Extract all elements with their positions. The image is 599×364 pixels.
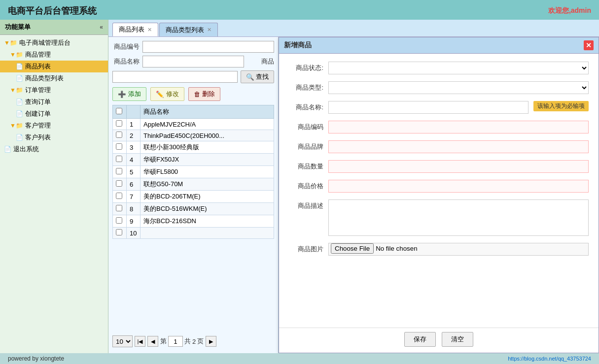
row-checkbox: [113, 166, 127, 178]
sidebar-item-order-create[interactable]: 📄 创建订单: [0, 108, 108, 120]
sidebar-item-product-types[interactable]: 📄 商品类型列表: [0, 72, 108, 84]
add-button[interactable]: ➕ 添加: [112, 87, 146, 101]
select-all-checkbox[interactable]: [116, 108, 122, 114]
col-num: [127, 105, 141, 119]
row-checkbox: [113, 154, 127, 166]
table-row: 7 美的BCD-206TM(E): [113, 191, 274, 203]
sidebar-toggle-btn[interactable]: «: [100, 24, 103, 31]
pagination: 10 20 50 |◀ ◀ 第 共 2 页 ▶: [112, 333, 274, 349]
sidebar-item-customers[interactable]: ▼📁 客户管理: [0, 120, 108, 132]
sidebar-item-products[interactable]: ▼📁 商品管理: [0, 49, 108, 61]
row-num: 10: [127, 228, 141, 239]
row-select-checkbox[interactable]: [116, 193, 122, 199]
search-input-extra[interactable]: [112, 71, 238, 83]
tab-product-list[interactable]: 商品列表 ✕: [112, 23, 158, 36]
sidebar-item-products-label: 商品管理: [25, 50, 51, 59]
main-panel: 商品编号 商品名称 商品 🔍 查找: [108, 37, 599, 353]
main-layout: 功能菜单 « ▼📁 电子商城管理后台 ▼📁 商品管理 📄 商品列表 📄 商品类型…: [0, 20, 599, 353]
code-label: 商品编码: [289, 121, 323, 132]
search-label-code: 商品编号: [112, 42, 140, 51]
toolbar-row: ➕ 添加 ✏️ 修改 🗑 删除: [112, 87, 274, 101]
table-row: 4 华硕FX50JX: [113, 154, 274, 166]
save-button[interactable]: 保存: [404, 332, 436, 347]
dialog-title: 新增商品: [284, 41, 312, 50]
product-image-input[interactable]: [328, 243, 589, 256]
sidebar-item-customer-list-label: 客户列表: [25, 133, 51, 142]
type-select[interactable]: [328, 81, 589, 94]
sidebar-item-order-query-label: 查询订单: [25, 98, 51, 106]
sidebar-item-logout-label: 退出系统: [13, 145, 39, 154]
sidebar-item-root-label: 电子商城管理后台: [19, 38, 70, 47]
row-num: 2: [127, 130, 141, 141]
search-input-code[interactable]: [142, 41, 274, 53]
doc-icon: 📄: [16, 110, 23, 117]
table-row: 8 美的BCD-516WKM(E): [113, 203, 274, 215]
product-code-input[interactable]: [328, 121, 589, 133]
product-brand-input[interactable]: [328, 140, 589, 153]
type-label: 商品类型:: [289, 81, 323, 92]
sidebar-item-product-list[interactable]: 📄 商品列表: [0, 61, 108, 72]
row-select-checkbox[interactable]: [116, 120, 122, 127]
sidebar-item-root[interactable]: ▼📁 电子商城管理后台: [0, 37, 108, 49]
row-select-checkbox[interactable]: [116, 205, 122, 211]
sidebar-item-orders[interactable]: ▼📁 订单管理: [0, 84, 108, 96]
sidebar-header: 功能菜单 «: [0, 20, 108, 35]
product-desc-input[interactable]: [328, 199, 589, 236]
page-label-pre: 第: [160, 337, 167, 346]
status-select[interactable]: [328, 62, 589, 74]
edit-button[interactable]: ✏️ 修改: [150, 87, 184, 101]
add-label: 添加: [128, 90, 141, 99]
page-number-input[interactable]: [168, 336, 183, 347]
welcome-message: 欢迎您,admin: [548, 6, 591, 15]
sidebar: 功能菜单 « ▼📁 电子商城管理后台 ▼📁 商品管理 📄 商品列表 📄 商品类型…: [0, 20, 108, 353]
page-size-select[interactable]: 10 20 50: [112, 335, 133, 347]
row-select-checkbox[interactable]: [116, 143, 122, 150]
dialog-close-button[interactable]: ✕: [584, 40, 594, 50]
page-info: 第 共 2 页: [160, 336, 204, 347]
row-select-checkbox[interactable]: [116, 180, 122, 187]
sidebar-item-customer-list[interactable]: 📄 客户列表: [0, 132, 108, 143]
first-page-btn[interactable]: |◀: [135, 336, 145, 347]
search-btn-label: 查找: [256, 72, 269, 81]
tab-product-types[interactable]: 商品类型列表 ✕: [159, 23, 218, 36]
table-row: 2 ThinkPadE450C(20EH000...: [113, 130, 274, 141]
product-name-input[interactable]: [328, 101, 529, 114]
prev-page-btn[interactable]: ◀: [147, 336, 158, 347]
tab-product-types-close[interactable]: ✕: [207, 27, 211, 33]
row-num: 5: [127, 166, 141, 178]
table-wrapper: 商品名称 1 AppleMJVE2CH/A 2: [112, 105, 274, 331]
delete-icon: 🗑: [194, 91, 200, 98]
doc-icon: 📄: [4, 146, 11, 153]
desc-label: 商品描述: [289, 199, 323, 210]
search-icon: 🔍: [246, 73, 254, 81]
image-label: 商品图片: [289, 243, 323, 254]
row-select-checkbox[interactable]: [116, 229, 122, 235]
search-input-name[interactable]: [142, 56, 244, 67]
table-row: 5 华硕FL5800: [113, 166, 274, 178]
sidebar-item-order-query[interactable]: 📄 查询订单: [0, 96, 108, 108]
product-quantity-input[interactable]: [328, 160, 589, 173]
row-select-checkbox[interactable]: [116, 168, 122, 174]
sidebar-item-logout[interactable]: 📄 退出系统: [0, 143, 108, 155]
folder-icon: ▼📁: [10, 87, 23, 94]
edit-label: 修改: [166, 90, 179, 99]
row-checkbox: [113, 191, 127, 203]
footer-link: https://blog.csdn.net/qq_43753724: [508, 356, 591, 362]
folder-icon: ▼📁: [10, 51, 23, 58]
search-label-name: 商品名称: [112, 57, 140, 66]
delete-button[interactable]: 🗑 删除: [188, 87, 220, 101]
doc-icon: 📄: [16, 134, 23, 141]
tab-product-list-close[interactable]: ✕: [147, 27, 152, 33]
row-checkbox: [113, 228, 127, 239]
search-button[interactable]: 🔍 查找: [241, 70, 274, 83]
row-select-checkbox[interactable]: [116, 132, 122, 138]
clear-button[interactable]: 清空: [442, 332, 473, 347]
row-checkbox: [113, 203, 127, 215]
form-row-brand: 商品品牌: [289, 140, 589, 153]
row-checkbox: [113, 130, 127, 141]
form-row-type: 商品类型:: [289, 81, 589, 94]
row-select-checkbox[interactable]: [116, 156, 122, 162]
next-page-btn[interactable]: ▶: [206, 336, 216, 347]
row-select-checkbox[interactable]: [116, 217, 122, 224]
product-price-input[interactable]: [328, 180, 589, 193]
